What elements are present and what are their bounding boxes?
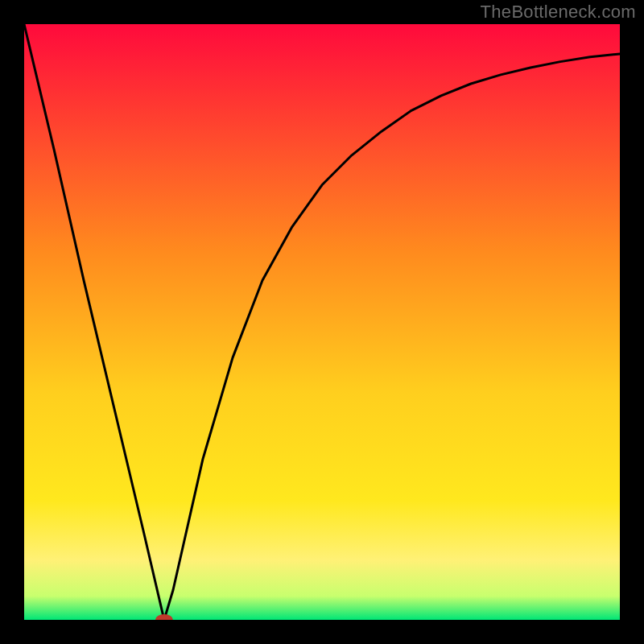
gradient-background: [24, 24, 620, 620]
plot-area: [24, 24, 620, 620]
watermark-text: TheBottleneck.com: [481, 2, 636, 23]
chart-svg: [24, 24, 620, 620]
chart-frame: TheBottleneck.com: [0, 0, 644, 644]
